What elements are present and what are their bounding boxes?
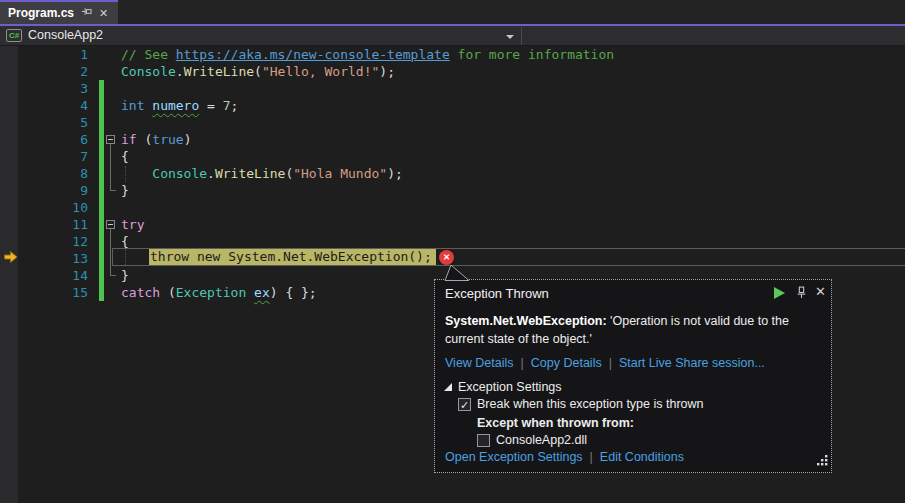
link-separator: |: [590, 450, 593, 464]
line-number: 8: [18, 165, 88, 182]
csharp-file-icon: C#: [6, 29, 22, 42]
project-name: ConsoleApp2: [28, 28, 103, 42]
continue-play-icon[interactable]: [774, 287, 785, 299]
code-token: ) { };: [270, 285, 317, 300]
break-checkbox[interactable]: ✓: [458, 398, 471, 411]
code-token: try: [121, 217, 144, 232]
except-when-label: Except when thrown from:: [477, 416, 634, 430]
code-line-11[interactable]: try: [121, 216, 144, 233]
exception-type: System.Net.WebException:: [445, 314, 607, 328]
exception-statement[interactable]: throw new System.Net.WebException();: [149, 249, 436, 265]
resize-grip[interactable]: [816, 454, 829, 470]
code-line-14[interactable]: }: [121, 267, 129, 284]
pin-icon[interactable]: [81, 6, 92, 20]
navigation-bar-combobox[interactable]: C# ConsoleApp2: [0, 26, 905, 46]
code-token: [246, 285, 254, 300]
line-number: 7: [18, 148, 88, 165]
pin-icon[interactable]: [795, 286, 808, 302]
line-number: 15: [18, 284, 88, 301]
code-token: }: [121, 268, 129, 283]
code-token: if: [121, 132, 137, 147]
code-line-8[interactable]: Console.WriteLine("Hola Mundo");: [121, 165, 403, 182]
consoleapp2-dll-checkbox[interactable]: [477, 434, 490, 447]
chevron-down-icon[interactable]: [506, 35, 514, 39]
code-token: "Hola Mundo": [293, 166, 387, 181]
vs-editor-window: Program.cs ✕ C# ConsoleApp2 123456789101…: [0, 0, 905, 503]
expander-triangle-icon: [444, 383, 452, 391]
popup-footer-links: Open Exception Settings | Edit Condition…: [445, 450, 684, 464]
code-token: for more information: [450, 47, 614, 62]
exception-message: System.Net.WebException: 'Operation is n…: [445, 312, 807, 348]
line-number: 3: [18, 80, 88, 97]
code-line-15[interactable]: catch (Exception ex) { };: [121, 284, 317, 301]
line-number: 5: [18, 114, 88, 131]
fold-collapse-box[interactable]: [106, 135, 115, 144]
code-token: true: [152, 132, 183, 147]
exception-settings-header: Exception Settings: [458, 380, 562, 394]
code-line-9[interactable]: }: [121, 182, 129, 199]
code-token: =: [199, 98, 222, 113]
line-number: 13: [18, 250, 88, 267]
line-number: 12: [18, 233, 88, 250]
indent-guide: [125, 249, 126, 265]
change-tracking-bar: [99, 80, 104, 301]
dll-checkbox-row: ConsoleApp2.dll: [477, 433, 587, 447]
code-token: ex: [254, 285, 270, 300]
code-token: "Hello, World!": [262, 64, 379, 79]
break-checkbox-label: Break when this exception type is thrown: [477, 397, 704, 411]
tab-title: Program.cs: [8, 6, 74, 20]
live-share-link[interactable]: Start Live Share session...: [619, 356, 765, 370]
code-token: );: [379, 64, 395, 79]
indent-guide: [125, 166, 126, 182]
minus-icon: [108, 224, 113, 225]
copy-details-link[interactable]: Copy Details: [531, 356, 602, 370]
popup-callout-pointer: [438, 263, 474, 285]
code-token: ): [184, 132, 192, 147]
code-token: Console: [121, 64, 176, 79]
code-token: https://aka.ms/new-console-template: [176, 47, 450, 62]
code-token: catch: [121, 285, 160, 300]
code-token: (: [160, 285, 176, 300]
minus-icon: [108, 139, 113, 140]
exception-settings-expander[interactable]: Exception Settings: [444, 380, 562, 394]
popup-links: View Details | Copy Details | Start Live…: [445, 356, 765, 370]
dll-checkbox-label: ConsoleApp2.dll: [496, 433, 587, 447]
code-token: numero: [152, 98, 199, 113]
breakpoint-margin[interactable]: [0, 46, 18, 503]
line-number: 10: [18, 199, 88, 216]
line-number: 6: [18, 131, 88, 148]
code-token: {: [121, 234, 129, 249]
code-token: // See: [121, 47, 176, 62]
popup-title: Exception Thrown: [445, 286, 549, 301]
code-token: (: [137, 132, 153, 147]
view-details-link[interactable]: View Details: [445, 356, 514, 370]
fold-collapse-box[interactable]: [106, 220, 115, 229]
edit-conditions-link[interactable]: Edit Conditions: [600, 450, 684, 464]
link-separator: |: [609, 356, 612, 370]
outline-guide-try: [110, 229, 111, 276]
exception-thrown-popup: Exception Thrown ✕ System.Net.WebExcepti…: [434, 279, 832, 473]
code-token: WriteLine: [215, 166, 285, 181]
code-token: int: [121, 98, 144, 113]
close-icon[interactable]: ✕: [815, 284, 826, 299]
code-token: {: [121, 149, 129, 164]
line-number: 9: [18, 182, 88, 199]
code-token: }: [121, 183, 129, 198]
open-exception-settings-link[interactable]: Open Exception Settings: [445, 450, 583, 464]
close-icon[interactable]: ✕: [99, 7, 108, 20]
navbar-separator: [521, 27, 522, 45]
code-line-1[interactable]: // See https://aka.ms/new-console-templa…: [121, 46, 614, 63]
code-token: .: [176, 64, 184, 79]
code-token: WriteLine: [184, 64, 254, 79]
code-line-4[interactable]: int numero = 7;: [121, 97, 238, 114]
break-checkbox-row: ✓ Break when this exception type is thro…: [458, 397, 704, 411]
code-token: (: [254, 64, 262, 79]
code-line-7[interactable]: {: [121, 148, 129, 165]
code-line-6[interactable]: if (true): [121, 131, 191, 148]
line-number: 1: [18, 46, 88, 63]
line-number: 11: [18, 216, 88, 233]
line-number: 14: [18, 267, 88, 284]
tab-program-cs[interactable]: Program.cs ✕: [0, 0, 118, 24]
current-statement-arrow-icon: [3, 250, 18, 268]
code-line-2[interactable]: Console.WriteLine("Hello, World!");: [121, 63, 395, 80]
